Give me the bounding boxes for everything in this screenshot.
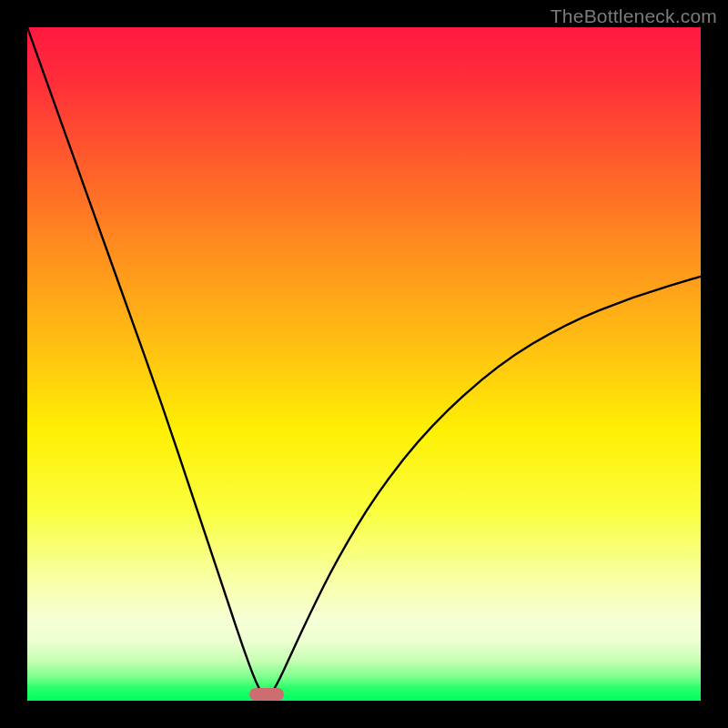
- optimum-marker: [249, 688, 284, 701]
- bottleneck-curve: [27, 27, 701, 697]
- chart-curve-layer: [27, 27, 701, 701]
- chart-plot-area: [27, 27, 701, 701]
- watermark-text: TheBottleneck.com: [551, 5, 717, 27]
